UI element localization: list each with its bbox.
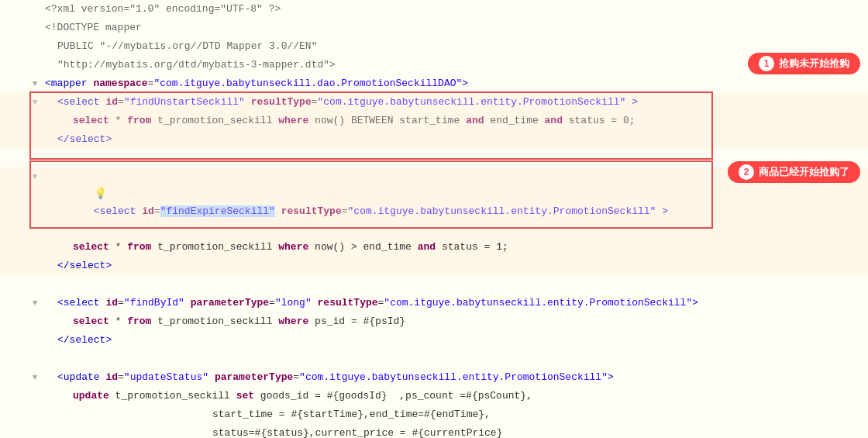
line-doctype2: PUBLIC "-//mybatis.org//DTD Mapper 3.0//… <box>0 37 868 56</box>
fold-arrow-select2[interactable]: ▼ <box>28 168 42 185</box>
code-content: update t_promotion_seckill set goods_id … <box>42 388 868 405</box>
line-update-open: ▼ <update id="updateStatus" parameterTyp… <box>0 368 868 387</box>
line-update-body3: status=#{status},current_price = #{curre… <box>0 424 868 438</box>
line-mapper-open: ▼ <mapper namespace="com.itguye.babytuns… <box>0 74 868 93</box>
code-content: "http://mybatis.org/dtd/mybatis-3-mapper… <box>42 57 868 74</box>
annotation-badge-2: 2 <box>739 164 754 180</box>
fold-arrow-mapper[interactable]: ▼ <box>28 75 42 92</box>
line-select1-open: ▼ <select id="findUnstartSeckill" result… <box>0 93 868 112</box>
line-doctype1: <!DOCTYPE mapper <box>0 19 868 37</box>
line-update-body1: update t_promotion_seckill set goods_id … <box>0 387 868 405</box>
line-blank2 <box>0 275 868 294</box>
code-content: <select id="findUnstartSeckill" resultTy… <box>42 94 868 111</box>
fold-arrow-select3[interactable]: ▼ <box>28 295 42 312</box>
code-content: select * from t_promotion_seckill where … <box>42 313 868 330</box>
code-content: start_time = #{startTime},end_time=#{end… <box>42 406 868 423</box>
code-content <box>42 350 868 367</box>
line-select3-open: ▼ <select id="findById" parameterType="l… <box>0 294 868 312</box>
line-select3-body: select * from t_promotion_seckill where … <box>0 312 868 331</box>
lightbulb-icon: 💡 <box>94 188 107 200</box>
code-content: status=#{status},current_price = #{curre… <box>42 425 868 438</box>
line-select2-close: </select> <box>0 257 868 275</box>
line-select1-close: </select> <box>0 130 868 149</box>
fold-arrow-select1[interactable]: ▼ <box>28 94 42 111</box>
line-update-body2: start_time = #{startTime},end_time=#{end… <box>0 405 868 424</box>
code-content: </select> <box>42 332 868 349</box>
code-content: </select> <box>42 257 868 274</box>
annotation-1: 1 抢购未开始抢购 <box>748 53 860 74</box>
code-content: <update id="updateStatus" parameterType=… <box>42 369 868 386</box>
code-content: <select id="findById" parameterType="lon… <box>42 295 868 312</box>
annotation-badge-1: 1 <box>759 56 774 71</box>
annotation-2: 2 商品已经开始抢购了 <box>728 161 860 183</box>
code-content: select * from t_promotion_seckill where … <box>42 112 868 129</box>
code-content: <mapper namespace="com.itguye.babytunsec… <box>42 75 868 92</box>
code-editor: <?xml version="1.0" encoding="UTF-8" ?> … <box>0 0 868 438</box>
code-content: <!DOCTYPE mapper <box>42 19 868 36</box>
code-content <box>42 276 868 293</box>
code-content: select * from t_promotion_seckill where … <box>42 239 868 256</box>
code-content: </select> <box>42 131 868 148</box>
annotation-text-2: 商品已经开始抢购了 <box>759 165 849 179</box>
code-content: PUBLIC "-//mybatis.org//DTD Mapper 3.0//… <box>42 38 868 55</box>
line-select1-body: select * from t_promotion_seckill where … <box>0 112 868 130</box>
fold-arrow-update[interactable]: ▼ <box>28 369 42 386</box>
line-xml-decl: <?xml version="1.0" encoding="UTF-8" ?> <box>0 0 868 19</box>
code-content: <?xml version="1.0" encoding="UTF-8" ?> <box>42 1 868 18</box>
line-doctype3: "http://mybatis.org/dtd/mybatis-3-mapper… <box>0 56 868 74</box>
line-blank3 <box>0 350 868 368</box>
line-select3-close: </select> <box>0 331 868 350</box>
line-select2-body: select * from t_promotion_seckill where … <box>0 238 868 257</box>
annotation-text-1: 抢购未开始抢购 <box>779 57 849 71</box>
